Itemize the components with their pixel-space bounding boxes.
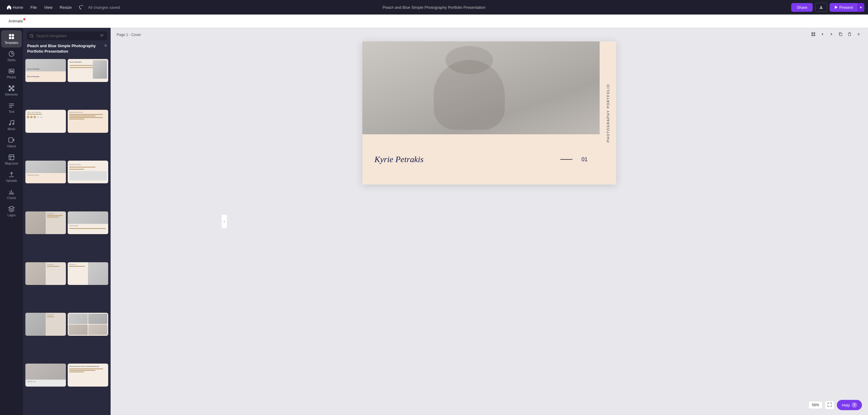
slide-dash	[560, 159, 572, 160]
template-thumb-3[interactable]: Skills and abilities	[25, 110, 66, 132]
svg-rect-20	[811, 32, 813, 34]
prev-page-button[interactable]	[819, 31, 826, 38]
sidebar-item-charts[interactable]: Charts	[1, 185, 22, 203]
svg-marker-0	[835, 6, 838, 9]
template-thumb-2[interactable]: Kyrie Petrakis	[68, 59, 108, 82]
close-panel-button[interactable]: ×	[104, 43, 107, 48]
sidebar-item-logos[interactable]: Logos	[1, 203, 22, 220]
page-actions	[810, 31, 862, 38]
topbar-left: Home File View Resize All changes saved	[4, 3, 120, 11]
present-button[interactable]: Present	[830, 3, 857, 12]
main-layout: Templates Styles Photos Elements Text Mu…	[0, 28, 868, 415]
template-thumb-14[interactable]: Testimonials and recommendations	[68, 363, 108, 386]
fullscreen-button[interactable]	[825, 401, 834, 410]
svg-rect-10	[12, 86, 14, 87]
share-button[interactable]: Share	[791, 3, 813, 12]
resize-button[interactable]: Resize	[57, 3, 75, 11]
help-icon: ?	[852, 402, 857, 408]
sidebar-item-videos[interactable]: Videos	[1, 134, 22, 151]
svg-rect-11	[9, 89, 10, 91]
template-thumb-9[interactable]: Project 2	[25, 262, 66, 285]
present-button-group: Present ▾	[830, 3, 864, 12]
help-button[interactable]: Help ?	[837, 400, 862, 410]
template-title: Peach and Blue Simple Photography Portfo…	[27, 43, 104, 57]
sidebar-icons: Templates Styles Photos Elements Text Mu…	[0, 28, 23, 415]
undo-button[interactable]	[76, 3, 87, 11]
svg-line-19	[33, 37, 34, 38]
present-dropdown-button[interactable]: ▾	[857, 3, 864, 12]
template-thumb-12[interactable]	[68, 313, 108, 335]
template-thumb-10[interactable]: Project 3	[68, 262, 108, 285]
slide-canvas: Kyrie Petrakis 01 Photography Portfolio	[362, 41, 616, 184]
sidebar-item-uploads[interactable]: Uploads	[1, 168, 22, 185]
photo-mockup	[362, 41, 600, 134]
home-button[interactable]: Home	[4, 3, 26, 11]
topbar-right: Share Present ▾	[791, 3, 864, 12]
slide-bottom: Kyrie Petrakis 01	[362, 134, 600, 184]
template-thumb-4[interactable]: Work experience	[68, 110, 108, 132]
sidebar-item-templates[interactable]: Templates	[1, 30, 22, 48]
svg-rect-1	[9, 34, 11, 36]
slide-sidebar: Photography Portfolio	[600, 41, 616, 184]
slide-sidebar-text: Photography Portfolio	[606, 84, 610, 143]
search-bar	[27, 31, 107, 40]
add-page-button[interactable]	[855, 31, 862, 38]
search-input[interactable]	[36, 34, 97, 38]
svg-rect-15	[9, 138, 13, 143]
templates-grid: Kyrie Petrakis Kyrie Petrakis Kyrie Petr…	[23, 59, 111, 415]
svg-rect-22	[811, 34, 813, 36]
sidebar-item-styles[interactable]: Styles	[1, 48, 22, 65]
slide-photo	[362, 41, 600, 134]
template-thumb-8[interactable]: Project detail	[68, 211, 108, 234]
doc-title: Peach and Blue Simple Photography Portfo…	[383, 5, 485, 10]
filter-icon[interactable]	[100, 34, 104, 38]
template-thumb-5[interactable]: Notable Works	[25, 160, 66, 183]
sidebar-item-text[interactable]: Text	[1, 99, 22, 116]
animate-button[interactable]: Animate	[5, 17, 27, 25]
grid-view-button[interactable]	[810, 31, 817, 38]
svg-point-14	[12, 123, 14, 125]
fullscreen-icon	[828, 403, 832, 407]
file-button[interactable]: File	[28, 3, 40, 11]
svg-rect-9	[9, 86, 10, 87]
slide-number: 01	[582, 156, 588, 163]
sidebar-item-background[interactable]: Bkground	[1, 151, 22, 168]
saved-status: All changes saved	[88, 5, 120, 10]
svg-rect-21	[814, 32, 815, 34]
template-thumb-7[interactable]: Project 1	[25, 211, 66, 234]
file-label: File	[31, 5, 37, 10]
copy-page-button[interactable]	[837, 31, 844, 38]
home-label: Home	[13, 5, 23, 10]
svg-point-18	[30, 34, 33, 37]
svg-rect-12	[12, 89, 14, 91]
svg-point-13	[9, 124, 11, 125]
svg-rect-24	[840, 33, 842, 36]
template-thumb-6[interactable]: Notable Works	[68, 160, 108, 183]
secondary-toolbar: Animate	[0, 14, 868, 28]
view-label: View	[44, 5, 53, 10]
page-label: Page 1 - Cover	[117, 33, 141, 37]
slide-main[interactable]: Kyrie Petrakis 01	[362, 41, 600, 184]
svg-rect-4	[12, 37, 14, 39]
zoom-indicator[interactable]: 56%	[808, 401, 823, 409]
svg-point-8	[10, 87, 12, 89]
template-thumb-1[interactable]: Kyrie Petrakis Kyrie Petrakis	[25, 59, 66, 82]
template-thumb-11[interactable]: Project 4	[25, 313, 66, 335]
templates-panel: Peach and Blue Simple Photography Portfo…	[23, 28, 111, 415]
sidebar-item-elements[interactable]: Elements	[1, 82, 22, 99]
template-thumb-13[interactable]: Highlight reel	[25, 363, 66, 386]
sidebar-item-music[interactable]: Music	[1, 116, 22, 134]
delete-page-button[interactable]	[846, 31, 853, 38]
next-page-button[interactable]	[828, 31, 835, 38]
templates-header: Peach and Blue Simple Photography Portfo…	[23, 28, 111, 59]
hide-panel-button[interactable]: ‹	[221, 214, 227, 229]
resize-label: Resize	[60, 5, 72, 10]
svg-rect-17	[9, 155, 14, 160]
sidebar-item-photos[interactable]: Photos	[1, 65, 22, 82]
svg-rect-25	[849, 33, 851, 36]
view-button[interactable]: View	[41, 3, 56, 11]
svg-rect-2	[12, 34, 14, 36]
search-icon	[30, 34, 34, 38]
download-button[interactable]	[815, 3, 827, 12]
page-label-bar: Page 1 - Cover	[111, 28, 868, 41]
